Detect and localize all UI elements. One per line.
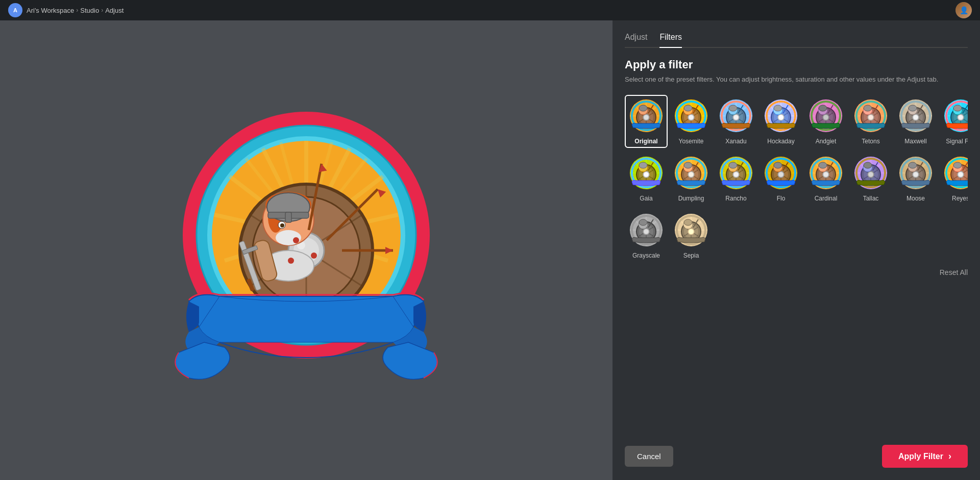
- svg-point-107: [734, 115, 738, 119]
- filter-item-tetons[interactable]: Tetons: [849, 95, 892, 148]
- filter-label-cardinal: Cardinal: [815, 195, 838, 202]
- svg-point-36: [280, 223, 284, 228]
- svg-point-309: [819, 162, 827, 168]
- filter-item-andgiet[interactable]: Andgiet: [804, 95, 847, 148]
- svg-point-229: [639, 162, 647, 168]
- svg-point-269: [729, 162, 737, 168]
- filter-label-hockaday: Hockaday: [767, 138, 794, 145]
- svg-point-149: [819, 105, 827, 111]
- svg-point-369: [953, 162, 962, 168]
- filter-thumb-yosemite: [673, 98, 709, 135]
- breadcrumb-current: Adjust: [105, 7, 124, 14]
- filter-label-maxwell: Maxwell: [904, 138, 926, 145]
- filter-item-xanadu[interactable]: Xanadu: [715, 95, 757, 148]
- svg-point-49: [288, 258, 294, 264]
- svg-point-48: [311, 252, 317, 259]
- tab-adjust[interactable]: Adjust: [625, 33, 647, 48]
- filter-item-yosemite[interactable]: Yosemite: [670, 95, 713, 148]
- filter-label-sepia: Sepia: [683, 252, 699, 259]
- filter-item-gaia[interactable]: Gaia: [625, 152, 668, 205]
- topbar: A Ari's Workspace › Studio › Adjust 👤: [0, 0, 980, 20]
- filter-item-flo[interactable]: Flo: [760, 152, 802, 205]
- filter-thumb-signalfire: [942, 98, 968, 135]
- svg-point-267: [734, 172, 738, 176]
- filter-item-hockaday[interactable]: Hockaday: [760, 95, 802, 148]
- filter-thumb-andgiet: [807, 98, 844, 135]
- filter-item-moose[interactable]: Moose: [894, 152, 937, 205]
- svg-point-127: [779, 115, 783, 119]
- filter-item-rancho[interactable]: Rancho: [715, 152, 757, 205]
- svg-point-207: [959, 115, 963, 119]
- svg-point-67: [644, 115, 648, 119]
- filter-item-cardinal[interactable]: Cardinal: [804, 152, 847, 205]
- svg-point-209: [953, 105, 962, 111]
- filter-item-reyes[interactable]: Reyes: [939, 152, 968, 205]
- filter-label-xanadu: Xanadu: [725, 138, 746, 145]
- svg-point-387: [644, 230, 648, 234]
- breadcrumb-workspace[interactable]: Ari's Workspace: [27, 7, 74, 14]
- filter-item-sepia[interactable]: Sepia: [670, 209, 713, 262]
- tab-filters[interactable]: Filters: [659, 33, 682, 48]
- apply-filter-arrow-icon: ›: [948, 451, 951, 462]
- topbar-left: A Ari's Workspace › Studio › Adjust: [8, 3, 124, 17]
- filter-label-gaia: Gaia: [640, 195, 652, 202]
- filter-item-grayscale[interactable]: Grayscale: [625, 209, 668, 262]
- user-avatar-image: 👤: [955, 2, 972, 18]
- filter-label-moose: Moose: [906, 195, 925, 202]
- svg-point-129: [774, 105, 782, 111]
- right-panel: Adjust Filters Apply a filter Select one…: [612, 20, 980, 480]
- filter-label-dumpling: Dumpling: [678, 195, 704, 202]
- svg-point-189: [909, 105, 917, 111]
- filter-label-flo: Flo: [777, 195, 786, 202]
- svg-point-187: [914, 115, 918, 119]
- svg-point-327: [869, 172, 873, 176]
- cancel-button[interactable]: Cancel: [625, 446, 673, 467]
- filter-thumb-tallac: [852, 155, 889, 192]
- filter-item-original[interactable]: Original: [625, 95, 668, 148]
- apply-filter-label: Apply Filter: [898, 452, 943, 461]
- svg-point-307: [824, 172, 828, 176]
- filter-subtitle: Select one of the preset filters. You ca…: [625, 74, 968, 85]
- filter-thumb-xanadu: [718, 98, 754, 135]
- filter-thumb-original: [628, 98, 665, 135]
- svg-point-69: [639, 105, 647, 111]
- svg-point-349: [909, 162, 917, 168]
- svg-point-147: [824, 115, 828, 119]
- filter-label-yosemite: Yosemite: [679, 138, 704, 145]
- filter-thumb-sepia: [673, 212, 709, 249]
- svg-point-367: [959, 172, 963, 176]
- filter-thumb-moose: [897, 155, 934, 192]
- svg-point-329: [864, 162, 872, 168]
- filter-label-signalfire: Signal Fire: [946, 138, 968, 145]
- svg-point-89: [684, 105, 692, 111]
- filter-thumb-gaia: [628, 155, 665, 192]
- svg-point-109: [729, 105, 737, 111]
- filter-item-signalfire[interactable]: Signal Fire: [939, 95, 968, 148]
- filter-thumb-rancho: [718, 155, 754, 192]
- filter-title: Apply a filter: [625, 58, 968, 71]
- reset-all-link[interactable]: Reset All: [940, 268, 968, 276]
- apply-filter-button[interactable]: Apply Filter ›: [882, 445, 968, 468]
- filter-label-tallac: Tallac: [863, 195, 879, 202]
- filter-label-tetons: Tetons: [862, 138, 879, 145]
- filter-item-maxwell[interactable]: Maxwell: [894, 95, 937, 148]
- main-layout: Adjust Filters Apply a filter Select one…: [0, 20, 980, 480]
- filter-thumb-dumpling: [673, 155, 709, 192]
- filter-item-tallac[interactable]: Tallac: [849, 152, 892, 205]
- filter-item-dumpling[interactable]: Dumpling: [670, 152, 713, 205]
- tabs: Adjust Filters: [625, 33, 968, 48]
- workspace-avatar: A: [8, 3, 22, 17]
- filter-section: Apply a filter Select one of the preset …: [625, 58, 968, 445]
- svg-point-287: [779, 172, 783, 176]
- svg-point-227: [644, 172, 648, 176]
- svg-text:A: A: [13, 7, 17, 13]
- filter-thumb-reyes: [942, 155, 968, 192]
- breadcrumb: Ari's Workspace › Studio › Adjust: [27, 7, 124, 14]
- user-avatar[interactable]: 👤: [955, 2, 972, 18]
- svg-point-247: [689, 172, 693, 176]
- viking-logo: [158, 97, 454, 403]
- breadcrumb-studio[interactable]: Studio: [80, 7, 99, 14]
- filter-thumb-flo: [763, 155, 799, 192]
- filter-thumb-maxwell: [897, 98, 934, 135]
- svg-point-347: [914, 172, 918, 176]
